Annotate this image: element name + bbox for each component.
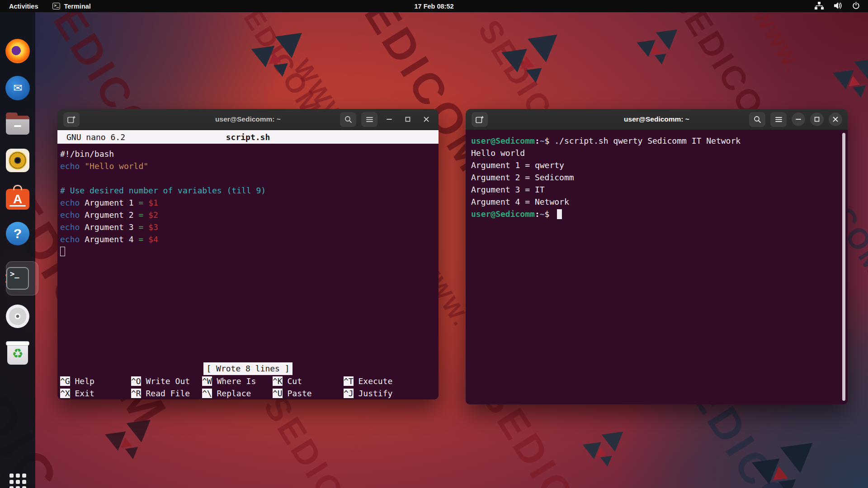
dock-item-disc[interactable] <box>5 303 31 329</box>
shortcut-label: Write Out <box>141 376 190 386</box>
dock-item-trash[interactable]: ♻ <box>5 340 31 366</box>
nano-shortcut: ^K Cut <box>273 375 302 387</box>
shortcut-key: ^K <box>273 376 283 386</box>
wallpaper-watermark-text: WWW. <box>748 5 806 77</box>
close-button[interactable] <box>829 113 842 126</box>
dock-item-software[interactable]: A <box>5 184 31 211</box>
app-grid-icon <box>9 474 26 488</box>
shell-output-line: Argument 1 = qwerty <box>471 159 848 171</box>
shell-terminal-window: user@Sedicomm: ~ user@Sedicomm:~$ ./scri… <box>466 109 848 404</box>
nano-status-message: [ Wrote 8 lines ] <box>203 362 292 375</box>
shortcut-label: Justify <box>354 389 393 398</box>
dock-item-firefox[interactable] <box>5 38 31 64</box>
shortcut-label: Paste <box>283 389 312 398</box>
nano-shortcut: ^\ Replace <box>202 387 251 399</box>
shell-output-line: Argument 3 = IT <box>471 183 848 196</box>
firefox-icon <box>5 39 30 63</box>
minimize-button[interactable] <box>792 113 805 126</box>
nano-version: GNU nano 6.2 <box>57 131 125 143</box>
shortcut-key: ^U <box>273 389 283 398</box>
nano-code-line: echo Argument 1 = $1 <box>60 197 436 209</box>
shell-output-line: Argument 2 = Sedicomm <box>471 171 848 183</box>
nano-shortcut: ^G Help <box>60 375 94 387</box>
dock: ✉A?>_♻ <box>0 12 35 488</box>
shortcut-key: ^G <box>60 376 70 386</box>
rhythmbox-icon <box>6 149 29 172</box>
close-button[interactable] <box>420 113 433 126</box>
top-bar: Activities >_ Terminal 17 Feb 08:52 <box>0 0 868 12</box>
nano-code-line: echo "Hello world" <box>60 160 436 172</box>
terminal-icon: >_ <box>6 267 29 290</box>
shortcut-key: ^R <box>131 389 141 398</box>
activities-button[interactable]: Activities <box>6 3 41 10</box>
nano-shortcut: ^R Read File <box>131 387 190 399</box>
dock-item-terminal[interactable]: >_ <box>5 265 31 291</box>
wallpaper-logo-triangles <box>500 34 567 97</box>
maximize-button[interactable] <box>401 113 415 126</box>
terminal-app-icon: >_ <box>52 3 60 9</box>
shell-window-titlebar[interactable]: user@Sedicomm: ~ <box>466 109 848 130</box>
new-tab-button[interactable] <box>63 112 80 127</box>
show-applications-button[interactable] <box>5 469 31 488</box>
shortcut-label: Where Is <box>212 376 256 386</box>
nano-shortcut: ^J Justify <box>344 387 392 399</box>
nano-editor[interactable]: GNU nano 6.2 script.sh #!/bin/bashecho "… <box>57 130 439 399</box>
shortcut-label: Read File <box>141 389 190 398</box>
shortcut-label: Exit <box>70 389 94 398</box>
minimize-button[interactable] <box>382 113 396 126</box>
nano-filename: script.sh <box>226 131 270 143</box>
nano-cursor <box>60 247 65 256</box>
network-wired-icon <box>815 2 824 11</box>
prompt-path: ~ <box>540 209 545 219</box>
nano-title-bar: GNU nano 6.2 script.sh <box>57 130 439 144</box>
wallpaper-logo-triangles <box>104 419 159 470</box>
shell-output-line: Hello world <box>471 147 848 159</box>
shortcut-label: Execute <box>354 376 393 386</box>
thunderbird-icon: ✉ <box>5 76 30 100</box>
clock[interactable]: 17 Feb 08:52 <box>414 3 453 10</box>
nano-shortcut-bar: [ Wrote 8 lines ] ^G Help^O Write Out^W … <box>57 362 439 399</box>
nano-code-line: echo Argument 2 = $2 <box>60 209 436 221</box>
window-title: user@Sedicomm: ~ <box>215 115 281 123</box>
volume-icon <box>834 2 842 11</box>
help-icon: ? <box>6 222 29 245</box>
focused-app-menu[interactable]: >_ Terminal <box>52 3 90 10</box>
ubuntu-software-icon: A <box>6 189 29 210</box>
dock-item-help[interactable]: ? <box>5 221 31 247</box>
nano-shortcut: ^U Paste <box>273 387 312 399</box>
nano-shortcut: ^X Exit <box>60 387 94 399</box>
search-button[interactable] <box>340 112 356 127</box>
maximize-button[interactable] <box>810 113 824 126</box>
system-status-area[interactable] <box>815 2 868 11</box>
shell-prompt-line: user@Sedicomm:~$ <box>471 208 848 220</box>
focused-app-name: Terminal <box>64 3 90 10</box>
nano-code-line: echo Argument 3 = $3 <box>60 221 436 233</box>
menu-button[interactable] <box>770 112 787 127</box>
menu-button[interactable] <box>361 112 377 127</box>
search-button[interactable] <box>749 112 765 127</box>
wallpaper-logo-triangles <box>832 58 868 109</box>
shortcut-key: ^T <box>344 376 354 386</box>
shortcut-label: Help <box>70 376 94 386</box>
power-icon <box>852 2 860 11</box>
shortcut-key: ^\ <box>202 389 212 398</box>
nano-shortcut: ^O Write Out <box>131 375 190 387</box>
shell-terminal[interactable]: user@Sedicomm:~$ ./script.sh qwerty Sedi… <box>466 130 848 404</box>
new-tab-button[interactable] <box>472 112 488 127</box>
dock-item-thunderbird[interactable]: ✉ <box>5 75 31 101</box>
terminal-scrollbar[interactable] <box>842 133 845 401</box>
shell-output-line: Argument 4 = Network <box>471 196 848 208</box>
dock-item-rhythmbox[interactable] <box>5 147 31 174</box>
shortcut-key: ^J <box>344 389 354 398</box>
shortcut-key: ^X <box>60 389 70 398</box>
dock-item-files[interactable] <box>5 111 31 137</box>
terminal-cursor <box>557 209 562 219</box>
shortcut-label: Replace <box>212 389 251 398</box>
nano-code-line <box>60 172 436 184</box>
nano-window-titlebar[interactable]: user@Sedicomm: ~ <box>57 109 439 130</box>
prompt-user: user@Sedicomm <box>471 136 535 145</box>
disc-icon <box>6 305 29 328</box>
wallpaper-logo-triangles <box>581 432 630 477</box>
nano-terminal-window: user@Sedicomm: ~ GNU nano 6.2 script.sh … <box>57 109 439 399</box>
prompt-path: ~ <box>540 136 545 145</box>
